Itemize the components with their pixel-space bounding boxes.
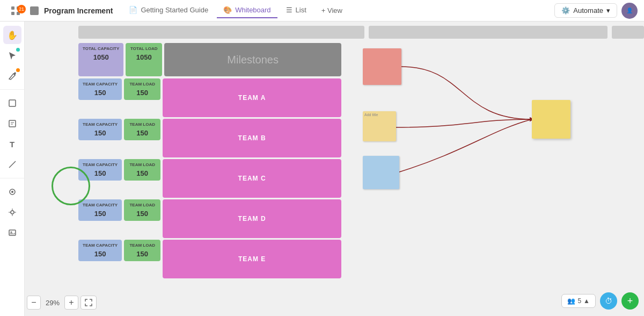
network-tool[interactable] [3,203,21,221]
bottom-toolbar: − 29% + [27,296,97,310]
team-A-content: TEAM A [163,78,341,117]
note-tool[interactable] [3,114,21,133]
notification-badge: 21 [17,5,26,13]
svg-marker-4 [9,52,16,60]
svg-point-12 [11,211,14,214]
team-D-content: TEAM D [163,199,341,238]
total-capacity-box: TOTAL CAPACITY 1050 [78,43,123,76]
avatar[interactable]: 👤 [621,3,638,19]
app-menu-button[interactable]: 21 [6,2,25,20]
svg-point-11 [11,191,13,193]
users-button[interactable]: 👥 5 ▲ [561,294,596,308]
sticky-pink[interactable] [363,48,401,85]
chevron-down-icon: ▾ [606,6,610,15]
doc-icon: 📄 [129,6,137,14]
list-icon: ☰ [286,6,292,14]
whiteboard-icon: 🎨 [223,6,232,14]
team-B-content: TEAM B [163,119,341,157]
milestones-box: Milestones [164,43,341,76]
timer-button[interactable]: ⏱ [600,292,617,310]
right-area: Add title [341,44,642,302]
team-row-B: Team Capacity 150 Team Load 150 TEAM B [78,119,341,157]
circle-indicator [52,167,90,205]
left-toolbar: ✋ T [0,21,25,316]
pi-board: TOTAL CAPACITY 1050 TOTAL LOAD 1050 Mile… [78,43,341,280]
total-load-box: TOTAL LOAD 1050 [126,43,162,76]
page-icon [30,6,39,15]
bottom-right-controls: 👥 5 ▲ ⏱ + [561,292,639,310]
fit-button[interactable] [80,296,97,310]
users-icon: 👥 [567,297,575,305]
line-tool[interactable] [3,155,21,174]
add-button[interactable]: + [621,292,639,310]
tab-getting-started[interactable]: 📄 Getting Started Guide [122,3,215,18]
team-row-D: Team Capacity 150 Team Load 150 TEAM D [78,199,341,238]
svg-rect-17 [9,230,16,235]
automate-icon: ⚙️ [561,6,570,15]
svg-rect-5 [9,100,16,106]
shape-tool[interactable] [3,94,21,112]
topbar: 21 Program Increment 📄 Getting Started G… [0,0,644,21]
add-view-button[interactable]: + View [315,3,349,18]
team-row-A: Team Capacity 150 Team Load 150 TEAM A [78,78,341,117]
tab-whiteboard[interactable]: 🎨 Whiteboard [217,3,277,18]
hand-tool[interactable]: ✋ [3,26,21,44]
image-tool[interactable] [3,224,21,242]
svg-rect-6 [9,120,16,127]
page-title: Program Increment [44,6,113,15]
svg-rect-0 [11,6,14,10]
chevron-icon: ▲ [583,297,590,305]
zoom-out-button[interactable]: − [27,296,41,310]
top-block-3 [612,26,644,39]
automate-button[interactable]: ⚙️ Automate ▾ [554,3,617,18]
cursor-tool[interactable] [3,46,21,64]
text-tool[interactable]: T [3,135,21,153]
tab-list[interactable]: ☰ List [280,3,313,18]
sticky-blue[interactable] [363,156,399,189]
team-row-E: Team Capacity 150 Team Load 150 TEAM E [78,240,341,278]
team-E-content: TEAM E [163,240,341,278]
pen-tool[interactable] [3,67,21,85]
team-row-C: Team Capacity 150 Team Load 150 TEAM C [78,159,341,198]
svg-rect-2 [11,12,14,15]
svg-line-9 [9,161,16,168]
top-block-2 [369,26,608,39]
sticky-yellow-small[interactable]: Add title [363,111,396,141]
canvas[interactable]: TOTAL CAPACITY 1050 TOTAL LOAD 1050 Mile… [25,21,644,316]
team-C-content: TEAM C [163,159,341,198]
zoom-in-button[interactable]: + [64,296,78,310]
top-block-1 [78,26,364,39]
app-container: 21 Program Increment 📄 Getting Started G… [0,0,644,316]
connect-tool[interactable] [3,183,21,201]
sticky-yellow-large[interactable] [532,100,570,139]
zoom-level: 29% [43,299,62,307]
